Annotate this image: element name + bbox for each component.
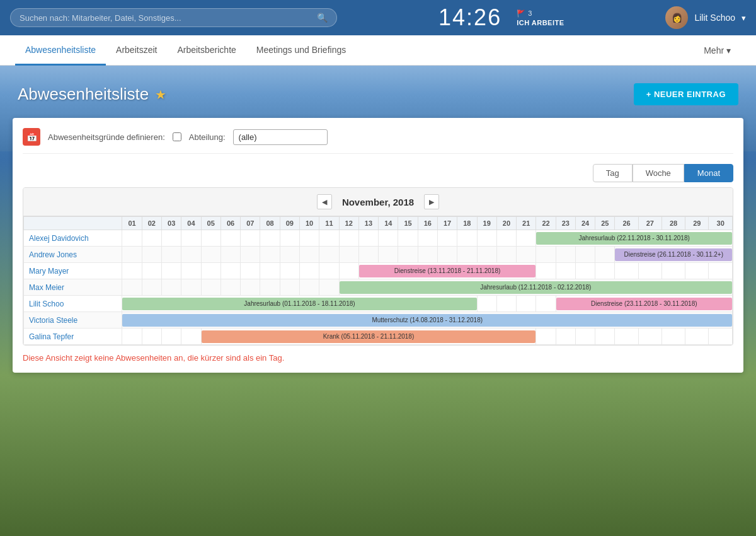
employee-name[interactable]: Lilit Schoo (24, 296, 122, 312)
employee-name[interactable]: Andrew Jones (24, 247, 122, 263)
empty-day-cell (595, 329, 615, 345)
view-month-button[interactable]: Monat (684, 164, 733, 182)
empty-day-cell (220, 230, 240, 247)
event-cell[interactable]: Jahresurlaub (01.11.2018 - 18.11.2018) (122, 296, 477, 312)
empty-day-cell (241, 279, 260, 296)
nav-more[interactable]: Mehr ▾ (694, 37, 741, 64)
event-cell[interactable]: Dienstreise (23.11.2018 - 30.11.2018) (556, 296, 732, 312)
col-header-day-25: 25 (595, 217, 615, 230)
col-header-day-03: 03 (162, 217, 181, 230)
cal-table: 0102030405060708091011121314151617181920… (23, 216, 733, 345)
table-row: Galina TepferKrank (05.11.2018 - 21.11.2… (24, 329, 733, 345)
col-header-day-08: 08 (260, 217, 280, 230)
nav-item-arbeitsberichte[interactable]: Arbeitsberichte (167, 36, 246, 66)
empty-day-cell (379, 230, 398, 247)
empty-day-cell (709, 329, 733, 345)
event-cell[interactable]: Krank (05.11.2018 - 21.11.2018) (201, 329, 536, 345)
employee-name[interactable]: Victoria Steele (24, 312, 122, 329)
col-header-day-22: 22 (536, 217, 556, 230)
col-header-day-14: 14 (379, 217, 398, 230)
empty-day-cell (201, 263, 220, 279)
calendar-header: ◀ November, 2018 ▶ (23, 188, 733, 216)
employee-name[interactable]: Mary Mayer (24, 263, 122, 279)
col-header-day-05: 05 (201, 217, 220, 230)
event-cell[interactable]: Jahresurlaub (22.11.2018 - 30.11.2018) (536, 230, 733, 247)
empty-day-cell (615, 329, 638, 345)
event-cell[interactable]: Dienstreise (13.11.2018 - 21.11.2018) (358, 263, 536, 279)
event-bar: Jahresurlaub (12.11.2018 - 02.12.2018) (340, 281, 732, 294)
col-header-day-04: 04 (181, 217, 201, 230)
table-row: Alexej DavidovichJahresurlaub (22.11.201… (24, 230, 733, 247)
content-area: 📅 Abwesenheitsgründe definieren: Abteilu… (13, 118, 743, 373)
nav-item-abwesenheitsliste[interactable]: Abwesenheitsliste (15, 36, 106, 66)
empty-day-cell (181, 329, 201, 345)
work-label: ICH ARBEITE (517, 19, 564, 26)
topbar-right: 👩 Lilit Schoo ▾ (665, 6, 746, 29)
event-cell[interactable]: Mutterschutz (14.08.2018 - 31.12.2018) (122, 312, 733, 329)
employee-name[interactable]: Max Meier (24, 279, 122, 296)
empty-day-cell (319, 263, 339, 279)
col-header-day-01: 01 (122, 217, 142, 230)
empty-day-cell (575, 263, 595, 279)
empty-day-cell (241, 230, 260, 247)
empty-day-cell (457, 230, 477, 247)
calendar-icon: 📅 (23, 128, 40, 146)
cal-next-button[interactable]: ▶ (424, 194, 439, 209)
event-cell[interactable]: Dienstreise (26.11.2018 - 30.11.2+) (615, 247, 733, 263)
table-row: Lilit SchooJahresurlaub (01.11.2018 - 18… (24, 296, 733, 312)
cal-prev-button[interactable]: ◀ (317, 194, 332, 209)
col-header-day-07: 07 (241, 217, 260, 230)
empty-day-cell (536, 329, 556, 345)
empty-day-cell (685, 263, 709, 279)
empty-day-cell (280, 247, 299, 263)
navbar: Abwesenheitsliste Arbeitszeit Arbeitsber… (0, 35, 756, 66)
page-title: Abwesenheitsliste ★ (18, 84, 166, 104)
empty-day-cell (595, 247, 615, 263)
col-header-day-28: 28 (662, 217, 685, 230)
empty-day-cell (536, 247, 556, 263)
empty-day-cell (496, 247, 516, 263)
empty-day-cell (162, 329, 181, 345)
empty-day-cell (142, 230, 161, 247)
empty-day-cell (575, 247, 595, 263)
col-header-day-24: 24 (575, 217, 595, 230)
employee-name[interactable]: Galina Tepfer (24, 329, 122, 345)
nav-item-meetings[interactable]: Meetings und Briefings (246, 36, 356, 66)
user-dropdown-icon[interactable]: ▾ (742, 13, 746, 23)
col-header-day-20: 20 (496, 217, 516, 230)
new-entry-button[interactable]: + NEUER EINTRAG (634, 83, 738, 105)
empty-day-cell (260, 263, 280, 279)
event-bar: Dienstreise (23.11.2018 - 30.11.2018) (556, 298, 732, 310)
topbar: 🔍 14:26 🚩 3 ICH ARBEITE 👩 Lilit Schoo ▾ (0, 0, 756, 35)
event-bar: Jahresurlaub (22.11.2018 - 30.11.2018) (536, 232, 732, 245)
search-input[interactable] (20, 13, 312, 23)
search-box[interactable]: 🔍 (10, 8, 337, 27)
col-header-day-10: 10 (299, 217, 319, 230)
empty-day-cell (477, 230, 496, 247)
empty-day-cell (615, 263, 638, 279)
empty-day-cell (280, 263, 299, 279)
col-header-day-18: 18 (457, 217, 477, 230)
empty-day-cell (319, 279, 339, 296)
event-cell[interactable]: Jahresurlaub (12.11.2018 - 02.12.2018) (339, 279, 732, 296)
view-day-button[interactable]: Tag (593, 164, 633, 182)
page-header: Abwesenheitsliste ★ + NEUER EINTRAG (0, 66, 756, 118)
calendar-container: ◀ November, 2018 ▶ 010203040506070809101… (23, 187, 733, 346)
view-week-button[interactable]: Woche (633, 164, 684, 182)
col-header-day-21: 21 (517, 217, 536, 230)
filter-dept-select[interactable]: (alle) (233, 129, 328, 145)
empty-day-cell (241, 247, 260, 263)
nav-item-arbeitszeit[interactable]: Arbeitszeit (106, 36, 167, 66)
empty-day-cell (662, 263, 685, 279)
table-row: Mary MayerDienstreise (13.11.2018 - 21.1… (24, 263, 733, 279)
favorite-star-icon[interactable]: ★ (155, 87, 166, 102)
work-status: 🚩 3 ICH ARBEITE (517, 9, 564, 26)
col-header-day-06: 06 (220, 217, 240, 230)
empty-day-cell (122, 247, 142, 263)
filter-reasons-checkbox[interactable] (173, 132, 181, 141)
empty-day-cell (299, 263, 319, 279)
employee-name[interactable]: Alexej Davidovich (24, 230, 122, 247)
cal-month-title: November, 2018 (342, 197, 414, 207)
empty-day-cell (162, 230, 181, 247)
empty-day-cell (556, 263, 575, 279)
